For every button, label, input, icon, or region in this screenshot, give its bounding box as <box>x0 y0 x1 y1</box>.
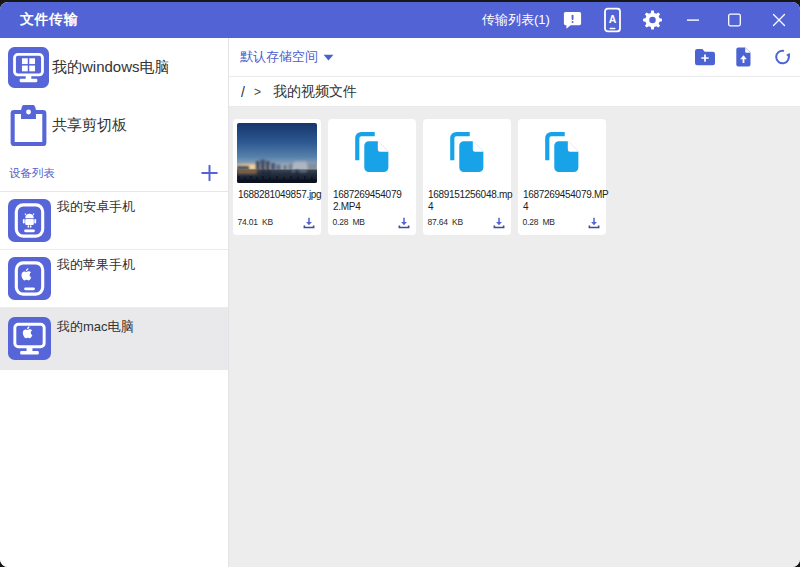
phone-connect-icon[interactable]: A <box>604 8 621 33</box>
file-card[interactable]: 1689151256048.mp4 87.64 KB <box>423 119 511 235</box>
device-item-android-phone[interactable]: 我的安卓手机 <box>0 192 228 250</box>
document-copy-icon <box>542 130 582 176</box>
svg-text:A: A <box>609 13 617 25</box>
file-card[interactable]: 16872694540792.MP4 0.28 MB <box>328 119 416 235</box>
transfer-list-button[interactable]: 传输列表(1) <box>482 11 550 29</box>
sidebar-item-shared-clipboard[interactable]: 共享剪切板 <box>0 96 228 154</box>
file-name: 16872694540792.MP4 <box>333 189 401 212</box>
device-list-title: 设备列表 <box>9 165 55 180</box>
breadcrumb: / > 我的视频文件 <box>229 77 800 107</box>
windows-computer-icon <box>8 47 49 88</box>
sidebar-item-label: 我的windows电脑 <box>52 58 170 77</box>
mac-computer-icon <box>8 317 51 360</box>
close-button[interactable] <box>771 12 787 28</box>
document-copy-icon <box>352 130 392 176</box>
file-name: 1687269454079.MP4 <box>523 189 608 212</box>
app-title: 文件传输 <box>20 11 78 29</box>
breadcrumb-root[interactable]: / <box>241 84 245 100</box>
sidebar-item-my-windows-pc[interactable]: 我的windows电脑 <box>0 38 228 96</box>
clipboard-icon <box>8 105 49 146</box>
app-window: 文件传输 传输列表(1) A <box>0 2 800 567</box>
storage-space-dropdown[interactable]: 默认存储空间 <box>240 48 334 66</box>
breadcrumb-separator: > <box>254 85 261 99</box>
device-item-label: 我的mac电脑 <box>57 318 134 336</box>
document-copy-icon <box>447 130 487 176</box>
sidebar: 我的windows电脑 共享剪切板 设备列表 <box>0 38 229 567</box>
new-folder-icon[interactable] <box>694 48 716 66</box>
maximize-button[interactable] <box>727 13 742 28</box>
device-item-label: 我的苹果手机 <box>57 256 135 274</box>
refresh-icon[interactable] <box>774 48 791 66</box>
storage-toolbar: 默认存储空间 <box>229 38 800 77</box>
file-size: 87.64 KB <box>428 217 463 227</box>
file-size: 0.28 MB <box>333 217 365 227</box>
file-size: 74.01 KB <box>238 217 273 227</box>
upload-file-icon[interactable] <box>736 47 751 67</box>
file-name: 1689151256048.mp4 <box>428 189 512 212</box>
breadcrumb-current-folder: 我的视频文件 <box>273 83 357 101</box>
android-phone-icon <box>8 199 51 242</box>
download-icon[interactable] <box>493 217 505 229</box>
file-grid: 1688281049857.jpg 74.01 KB <box>229 107 800 235</box>
feedback-icon[interactable] <box>562 10 583 31</box>
settings-gear-icon[interactable] <box>642 10 663 31</box>
file-card[interactable]: 1687269454079.MP4 0.28 MB <box>518 119 606 235</box>
add-device-plus-icon[interactable] <box>201 164 218 181</box>
file-size: 0.28 MB <box>523 217 555 227</box>
main-panel: 默认存储空间 <box>229 38 800 567</box>
minimize-button[interactable] <box>685 12 701 28</box>
apple-phone-icon <box>8 257 51 300</box>
device-list-header: 设备列表 <box>0 154 228 192</box>
file-name: 1688281049857.jpg <box>238 189 321 201</box>
device-item-label: 我的安卓手机 <box>57 198 135 216</box>
storage-space-label: 默认存储空间 <box>240 48 318 66</box>
file-card[interactable]: 1688281049857.jpg 74.01 KB <box>233 119 321 235</box>
title-bar: 文件传输 传输列表(1) A <box>0 2 800 38</box>
download-icon[interactable] <box>398 217 410 229</box>
chevron-down-icon <box>323 54 334 61</box>
sidebar-item-label: 共享剪切板 <box>52 116 127 135</box>
device-item-apple-phone[interactable]: 我的苹果手机 <box>0 250 228 308</box>
download-icon[interactable] <box>303 217 315 229</box>
download-icon[interactable] <box>588 217 600 229</box>
image-thumbnail <box>237 123 317 183</box>
device-item-mac-computer[interactable]: 我的mac电脑 <box>0 308 228 370</box>
